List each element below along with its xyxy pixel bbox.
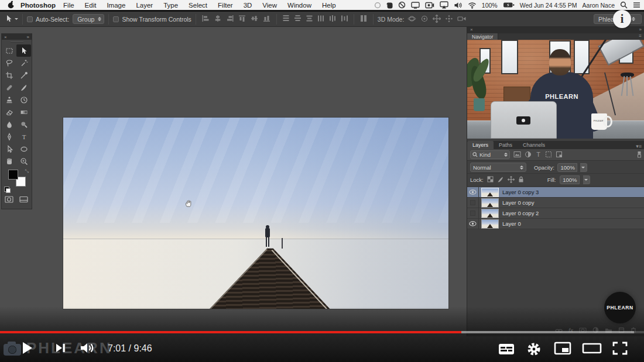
distribute-bottom-edges-icon[interactable]: [306, 15, 313, 23]
show-transform-checkbox[interactable]: [113, 16, 119, 22]
theater-mode-button[interactable]: [582, 343, 602, 356]
align-right-edges-icon[interactable]: [226, 15, 234, 23]
menu-layer[interactable]: Layer: [131, 2, 158, 9]
eyedropper-tool[interactable]: [16, 69, 31, 81]
menu-help[interactable]: Help: [317, 2, 341, 9]
fill-value[interactable]: 100%: [560, 175, 580, 184]
panel-close-icon[interactable]: ×: [4, 35, 7, 40]
pen-tool[interactable]: [2, 130, 16, 143]
menu-file[interactable]: File: [58, 2, 80, 9]
layer-row[interactable]: Layer 0 copy 3: [467, 187, 644, 198]
evernote-icon[interactable]: [386, 2, 393, 9]
panel-collapse-icon[interactable]: »: [27, 35, 29, 40]
filter-smart-objects-icon[interactable]: [556, 150, 563, 160]
progress-bar[interactable]: [0, 331, 644, 333]
distribute-horizontal-centers-icon[interactable]: [329, 15, 337, 23]
lock-all-icon[interactable]: [518, 176, 524, 184]
auto-select-checkbox[interactable]: [27, 16, 33, 22]
layer-visibility-eye-icon[interactable]: [469, 221, 477, 226]
next-button[interactable]: [55, 343, 67, 356]
align-horizontal-centers-icon[interactable]: [214, 15, 222, 23]
3d-rotate-icon[interactable]: [407, 15, 416, 24]
play-button[interactable]: [21, 341, 34, 357]
distribute-vertical-centers-icon[interactable]: [294, 15, 302, 23]
lasso-tool[interactable]: [2, 57, 16, 69]
channel-logo-badge[interactable]: PHLEARN: [604, 292, 636, 323]
settings-button[interactable]: [527, 342, 541, 358]
layer-thumbnail[interactable]: [481, 209, 499, 218]
align-bottom-edges-icon[interactable]: [263, 15, 271, 23]
layer-thumbnail[interactable]: [481, 219, 499, 229]
menu-select[interactable]: Select: [183, 2, 213, 9]
panel-collapse-icon[interactable]: »: [639, 27, 642, 32]
toolbar-grip[interactable]: [2, 40, 32, 44]
layer-row[interactable]: Layer 0 copy: [467, 198, 644, 208]
type-tool[interactable]: T: [16, 130, 31, 143]
info-card-button[interactable]: i: [613, 10, 631, 28]
rectangular-marquee-tool[interactable]: [2, 44, 16, 57]
3d-roll-icon[interactable]: [420, 15, 429, 24]
layer-visibility-eye-icon[interactable]: [469, 189, 477, 195]
menu-edit[interactable]: Edit: [80, 2, 102, 9]
tab-layers[interactable]: Layers: [467, 141, 494, 149]
subtitles-button[interactable]: [498, 343, 515, 357]
layer-filter-dropdown[interactable]: Kind: [470, 150, 510, 159]
do-not-disturb-icon[interactable]: [398, 1, 406, 9]
3d-slide-icon[interactable]: [445, 15, 453, 24]
clone-stamp-tool[interactable]: [2, 94, 16, 106]
panel-close-icon[interactable]: ×: [470, 27, 473, 32]
menu-clock[interactable]: Wed Jun 24 4:55 PM: [520, 2, 577, 9]
move-tool[interactable]: [16, 44, 31, 57]
fill-dropdown-arrow[interactable]: [583, 175, 590, 184]
quick-mask-button[interactable]: [2, 193, 16, 205]
tab-paths[interactable]: Paths: [494, 141, 518, 149]
menu-app-name[interactable]: Photoshop: [20, 2, 56, 9]
apple-icon[interactable]: [8, 1, 15, 10]
layer-name[interactable]: Layer 0 copy 2: [502, 210, 539, 216]
layer-visibility-toggle[interactable]: [467, 198, 479, 208]
eraser-tool[interactable]: [2, 106, 16, 118]
healing-brush-tool[interactable]: [2, 81, 16, 94]
path-selection-tool[interactable]: [2, 143, 16, 155]
align-top-edges-icon[interactable]: [238, 15, 246, 23]
filter-adjustment-layers-icon[interactable]: [525, 150, 532, 160]
hand-tool[interactable]: [2, 155, 16, 167]
tab-channels[interactable]: Channels: [518, 141, 550, 149]
layer-row[interactable]: Layer 0: [467, 219, 644, 229]
menu-user-name[interactable]: Aaron Nace: [583, 2, 615, 9]
spotlight-search-icon[interactable]: [620, 1, 628, 9]
3d-drag-icon[interactable]: [433, 15, 441, 24]
panel-menu-icon[interactable]: ▾≡: [633, 143, 644, 149]
layer-name[interactable]: Layer 0 copy 3: [502, 189, 539, 195]
layer-thumbnail[interactable]: [481, 188, 499, 197]
swap-colors-icon[interactable]: ⤡: [25, 168, 29, 174]
align-vertical-centers-icon[interactable]: [251, 15, 259, 23]
dodge-tool[interactable]: [16, 118, 31, 130]
blend-mode-dropdown[interactable]: Normal: [470, 163, 526, 172]
menu-type[interactable]: Type: [158, 2, 183, 9]
align-left-edges-icon[interactable]: [201, 15, 210, 23]
menu-view[interactable]: View: [257, 2, 282, 9]
volume-button[interactable]: [80, 342, 96, 356]
photoshop-document-canvas[interactable]: [63, 118, 448, 309]
blur-tool[interactable]: [2, 118, 16, 130]
screen-record-icon[interactable]: [425, 2, 434, 9]
miniplayer-button[interactable]: [554, 342, 571, 357]
filter-type-layers-icon[interactable]: T: [535, 150, 542, 160]
move-tool-option-icon[interactable]: [5, 15, 13, 24]
opacity-value[interactable]: 100%: [557, 163, 577, 172]
layer-name[interactable]: Layer 0 copy: [502, 199, 534, 206]
history-brush-tool[interactable]: [16, 94, 31, 106]
display-icon[interactable]: [411, 2, 420, 9]
menu-window[interactable]: Window: [282, 2, 317, 9]
menu-3d[interactable]: 3D: [238, 2, 258, 9]
panel-menu-icon[interactable]: ≡: [639, 33, 644, 40]
notification-center-icon[interactable]: [633, 2, 640, 8]
layer-row[interactable]: Layer 0 copy 2: [467, 208, 644, 219]
fullscreen-button[interactable]: [612, 341, 628, 358]
magic-wand-tool[interactable]: [16, 57, 31, 69]
lock-position-icon[interactable]: [508, 176, 515, 184]
brush-tool[interactable]: [16, 81, 31, 94]
foreground-color-swatch[interactable]: [8, 170, 18, 180]
layer-visibility-toggle[interactable]: [467, 187, 479, 198]
